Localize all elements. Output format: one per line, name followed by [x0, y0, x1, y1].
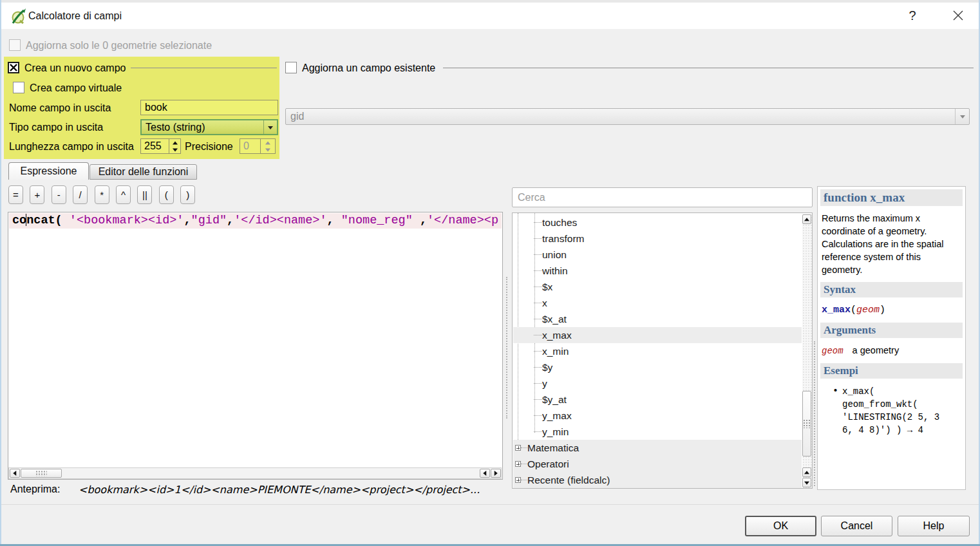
output-field-name-input[interactable]: book	[140, 100, 278, 115]
spin-up-icon	[261, 139, 275, 146]
function-group-Matematica[interactable]: Matematica	[513, 440, 802, 456]
function-item-$x[interactable]: $x	[513, 279, 802, 295]
operator-button-5[interactable]: *	[95, 185, 109, 204]
expand-icon[interactable]	[515, 461, 521, 467]
tree-branch-line	[534, 319, 542, 319]
help-button[interactable]: Help	[898, 516, 970, 536]
function-item-label: touches	[542, 214, 577, 231]
tree-branch-line	[534, 270, 542, 271]
cancel-button[interactable]: Cancel	[821, 516, 892, 536]
close-button[interactable]	[952, 9, 965, 22]
function-item-y[interactable]: y	[513, 375, 802, 391]
operator-button-2[interactable]: +	[30, 185, 44, 204]
tree-branch-line	[534, 383, 542, 384]
example-code-line: geom_from_wkt(	[842, 398, 961, 411]
expand-icon[interactable]	[515, 445, 521, 451]
vscroll-thumb[interactable]	[802, 391, 811, 457]
function-item-touches[interactable]: touches	[513, 214, 802, 231]
function-item-label: $x	[542, 279, 552, 295]
operator-button-3[interactable]: -	[52, 185, 66, 204]
function-item-label: y	[542, 375, 547, 391]
tree-branch-line	[534, 399, 542, 400]
syntax-paren: )	[880, 305, 885, 315]
output-field-length-spinner[interactable]	[169, 138, 181, 154]
expression-segment: "nome_reg"	[341, 214, 413, 227]
scroll-left-button-2[interactable]	[480, 469, 490, 478]
function-item-union[interactable]: union	[513, 247, 802, 263]
operator-button-4[interactable]: /	[73, 185, 88, 204]
output-field-type-combo[interactable]: Testo (string)	[140, 119, 278, 135]
window-title: Calcolatore di campi	[28, 3, 122, 29]
function-item-$x_at[interactable]: $x_at	[513, 311, 802, 327]
create-virtual-field-checkbox[interactable]	[13, 82, 24, 93]
spin-up-icon[interactable]	[169, 139, 180, 146]
expression-segment: ,	[327, 214, 341, 227]
help-syntax-heading: Syntax	[820, 282, 963, 297]
tab-espressione[interactable]: Espressione	[8, 162, 89, 180]
function-tree[interactable]: touchestransformunionwithin$xx$x_atx_max…	[512, 212, 813, 489]
expression-segment: ,	[184, 214, 191, 227]
function-group-Operatori[interactable]: Operatori	[513, 456, 802, 472]
check-x-icon	[9, 63, 18, 72]
function-item-$y[interactable]: $y	[513, 359, 802, 375]
help-title: function x_max	[820, 189, 963, 206]
output-field-length-input[interactable]: 255	[140, 138, 169, 154]
function-group-Recente (fieldcalc)[interactable]: Recente (fieldcalc)	[513, 472, 802, 488]
function-item-y_max[interactable]: y_max	[513, 408, 802, 424]
qgis-logo-icon	[10, 8, 27, 24]
scroll-left-button[interactable]	[10, 469, 20, 478]
ok-button[interactable]: OK	[745, 516, 816, 536]
expression-editor[interactable]: concat( '<bookmark><id>',"gid",'</id><na…	[8, 212, 503, 480]
function-item-transform[interactable]: transform	[513, 231, 802, 247]
precision-spinner	[261, 138, 276, 154]
function-item-within[interactable]: within	[513, 263, 802, 279]
syntax-paren: (	[851, 305, 856, 315]
function-search-input[interactable]: Cerca	[512, 187, 813, 207]
function-help-panel: function x_max Returns the maximum x coo…	[817, 186, 966, 490]
operator-button-7[interactable]: ||	[137, 185, 152, 204]
tree-branch-line	[534, 287, 542, 287]
hscroll-thumb[interactable]	[21, 469, 62, 478]
scroll-up-button-2[interactable]	[802, 467, 811, 477]
expression-segment: '<bookmark><id>'	[70, 214, 184, 227]
function-item-label: $y	[542, 359, 552, 375]
expression-hscrollbar[interactable]	[8, 467, 502, 479]
tree-branch-line	[534, 238, 542, 239]
update-existing-field-checkbox[interactable]	[285, 62, 297, 73]
operator-button-9[interactable]: )	[180, 185, 195, 204]
precision-input: 0	[240, 138, 261, 154]
syntax-argument: geom	[856, 305, 880, 315]
function-group-label: Recente (fieldcalc)	[527, 472, 610, 488]
splitter-expression-functions[interactable]	[506, 277, 507, 419]
function-item-label: x_min	[542, 343, 569, 359]
function-item-y_min[interactable]: y_min	[513, 424, 802, 440]
help-syntax-code: x_max(geom)	[822, 305, 961, 315]
scroll-down-button[interactable]	[802, 478, 811, 487]
syntax-function-name: x_max	[822, 305, 851, 315]
function-item-x_max[interactable]: x_max	[513, 327, 802, 343]
expression-segment: concat(	[12, 214, 70, 227]
example-code-line: 'LINESTRING(2 5, 3	[842, 411, 961, 424]
create-virtual-field-label: Crea campo virtuale	[30, 82, 122, 94]
help-example-list: x_max(geom_from_wkt('LINESTRING(2 5, 36,…	[842, 385, 961, 437]
tab-editor-funzioni[interactable]: Editor delle funzioni	[90, 164, 197, 180]
text-caret	[26, 214, 26, 226]
operator-button-6[interactable]: ^	[116, 185, 131, 204]
function-list-vscrollbar[interactable]	[802, 214, 812, 488]
tree-branch-line	[534, 303, 542, 303]
precision-label: Precisione	[185, 141, 233, 153]
tree-branch-line	[534, 335, 542, 335]
expand-icon[interactable]	[515, 477, 521, 483]
new-field-group-line	[131, 68, 277, 68]
operator-button-1[interactable]: =	[8, 185, 23, 204]
function-item-$y_at[interactable]: $y_at	[513, 391, 802, 408]
titlebar-help-button[interactable]: ?	[904, 3, 921, 29]
function-item-x_min[interactable]: x_min	[513, 343, 802, 359]
splitter-functions-help[interactable]	[814, 341, 815, 486]
scroll-right-button[interactable]	[491, 469, 501, 478]
create-new-field-checkbox[interactable]	[8, 62, 19, 73]
spin-down-icon[interactable]	[169, 146, 180, 153]
scroll-up-button[interactable]	[802, 214, 811, 224]
operator-button-8[interactable]: (	[159, 185, 174, 204]
function-item-x[interactable]: x	[513, 295, 802, 311]
